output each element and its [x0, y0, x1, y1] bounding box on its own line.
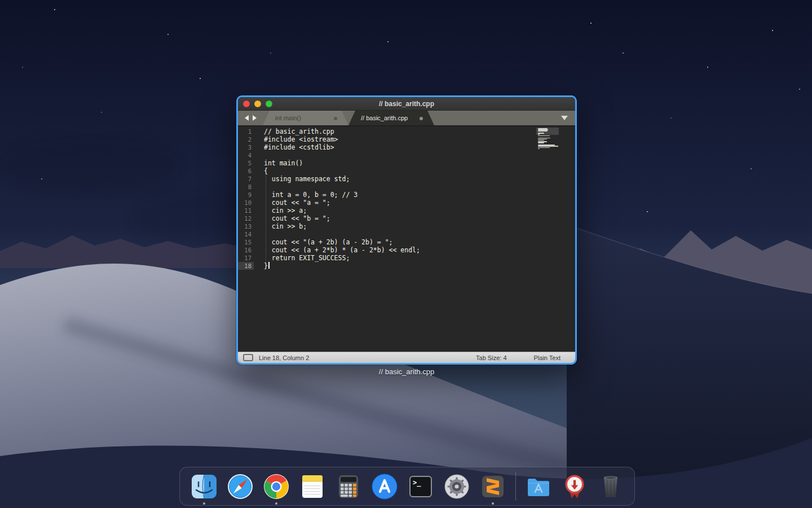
- code-area[interactable]: 1// basic_arith.cpp2#include <iostream>3…: [238, 126, 575, 352]
- line-number: 11: [238, 207, 254, 214]
- tab-int-main[interactable]: int main(): [263, 111, 348, 125]
- code-line[interactable]: 15 cout << "(a + 2b) (a - 2b) = ";: [238, 238, 575, 246]
- dock-item-finder[interactable]: [191, 473, 218, 500]
- tab-modified-dot[interactable]: [334, 117, 337, 120]
- dock-item-calculator[interactable]: [335, 473, 362, 500]
- running-indicator-dot: [492, 502, 494, 505]
- code-line[interactable]: 9 int a = 0, b = 0; // 3: [238, 191, 575, 199]
- line-number: 4: [238, 151, 254, 159]
- running-indicator-dot: [203, 502, 205, 505]
- dock: >_: [179, 467, 635, 506]
- line-number: 10: [238, 199, 254, 207]
- code-text: {: [254, 167, 268, 175]
- line-number: 18: [238, 262, 254, 270]
- cursor-position: Line 18, Column 2: [259, 354, 309, 361]
- dock-divider: [515, 472, 516, 501]
- syntax-indicator[interactable]: Plain Text: [534, 354, 561, 361]
- code-line[interactable]: 1// basic_arith.cpp: [238, 128, 575, 135]
- finder-icon: [191, 473, 218, 500]
- line-number: 3: [238, 143, 254, 151]
- title-bar[interactable]: // basic_arith.cpp: [238, 97, 575, 111]
- dock-item-downloads[interactable]: [561, 473, 588, 500]
- sublime-window[interactable]: // basic_arith.cpp int main()// basic_ar…: [236, 95, 577, 365]
- code-text: cin >> b;: [254, 222, 307, 230]
- code-line[interactable]: 12 cout << "b = ";: [238, 214, 575, 222]
- minimap-line: [538, 137, 539, 138]
- status-bar: Line 18, Column 2 Tab Size: 4 Plain Text: [238, 352, 575, 363]
- line-number: 7: [238, 175, 254, 183]
- code-line[interactable]: 11 cin >> a;: [238, 207, 575, 214]
- app-store-icon: [371, 473, 398, 500]
- prev-tab-icon[interactable]: [245, 115, 249, 121]
- system-preferences-icon: [443, 473, 470, 500]
- line-number: 12: [238, 214, 254, 222]
- chrome-icon: [263, 473, 290, 500]
- minimap-line: [538, 147, 550, 148]
- line-number: 8: [238, 183, 254, 191]
- code-text: int main(): [254, 159, 303, 167]
- line-number: 9: [238, 191, 254, 199]
- dock-item-applications-folder[interactable]: [525, 473, 552, 500]
- code-text: // basic_arith.cpp: [254, 128, 334, 135]
- code-line[interactable]: 3#include <cstdlib>: [238, 143, 575, 151]
- panel-toggle-icon[interactable]: [243, 354, 253, 361]
- tab-nav-arrows: [238, 111, 263, 125]
- terminal-icon: >_: [407, 473, 434, 500]
- code-text: int a = 0, b = 0; // 3: [254, 191, 358, 199]
- tab-size-indicator[interactable]: Tab Size: 4: [476, 354, 506, 361]
- code-line[interactable]: 13 cin >> b;: [238, 222, 575, 230]
- code-line[interactable]: 2#include <iostream>: [238, 135, 575, 143]
- dock-item-notes[interactable]: [299, 473, 326, 500]
- code-line[interactable]: 10 cout << "a = ";: [238, 199, 575, 207]
- tab-modified-dot[interactable]: [420, 117, 423, 120]
- tab-list-dropdown-icon[interactable]: [561, 116, 568, 120]
- code-line[interactable]: 7 using namespace std;: [238, 175, 575, 183]
- code-text: using namespace std;: [254, 175, 350, 183]
- code-line[interactable]: 17 return EXIT_SUCCESS;: [238, 254, 575, 262]
- calculator-icon: [335, 473, 362, 500]
- trash-icon: [597, 473, 624, 500]
- dock-item-safari[interactable]: [227, 473, 254, 500]
- notes-icon: [299, 473, 326, 500]
- safari-icon: [227, 473, 254, 500]
- code-text: return EXIT_SUCCESS;: [254, 254, 350, 262]
- sublime-text-icon: [479, 473, 506, 500]
- downloads-icon: [561, 473, 588, 500]
- running-indicator-dot: [275, 502, 277, 505]
- code-line[interactable]: 6{: [238, 167, 575, 175]
- line-number: 6: [238, 167, 254, 175]
- window-caption: // basic_arith.cpp: [236, 367, 577, 376]
- tab-strip: int main()// basic_arith.cpp: [263, 111, 434, 125]
- dock-item-system-preferences[interactable]: [443, 473, 470, 500]
- indent-guide: [266, 175, 266, 262]
- code-text: #include <iostream>: [254, 135, 338, 143]
- code-line[interactable]: 8: [238, 183, 575, 191]
- code-line[interactable]: 4: [238, 151, 575, 159]
- minimap-viewport[interactable]: [536, 128, 559, 135]
- text-cursor: [268, 262, 270, 269]
- code-text: #include <cstdlib>: [254, 143, 334, 151]
- dock-item-sublime-text[interactable]: [479, 473, 506, 500]
- code-text: cin >> a;: [254, 207, 307, 214]
- tab-label: int main(): [275, 115, 301, 121]
- next-tab-icon[interactable]: [253, 115, 257, 121]
- code-line[interactable]: 18}: [238, 262, 575, 270]
- code-text: [254, 230, 264, 238]
- code-line[interactable]: 14: [238, 230, 575, 238]
- applications-folder-icon: [525, 473, 552, 500]
- line-number: 17: [238, 254, 254, 262]
- code-text: [254, 183, 264, 191]
- dock-item-chrome[interactable]: [263, 473, 290, 500]
- line-number: 2: [238, 135, 254, 143]
- minimap[interactable]: [538, 128, 566, 150]
- tab-basic-arith[interactable]: // basic_arith.cpp: [348, 111, 434, 125]
- line-number: 5: [238, 159, 254, 167]
- dock-item-app-store[interactable]: [371, 473, 398, 500]
- dock-item-trash[interactable]: [597, 473, 624, 500]
- code-text: }: [254, 262, 268, 270]
- code-line[interactable]: 5int main(): [238, 159, 575, 167]
- tab-label: // basic_arith.cpp: [361, 115, 408, 121]
- line-number: 1: [238, 128, 254, 135]
- code-line[interactable]: 16 cout << (a + 2*b) * (a - 2*b) << endl…: [238, 246, 575, 254]
- dock-item-terminal[interactable]: >_: [407, 473, 434, 500]
